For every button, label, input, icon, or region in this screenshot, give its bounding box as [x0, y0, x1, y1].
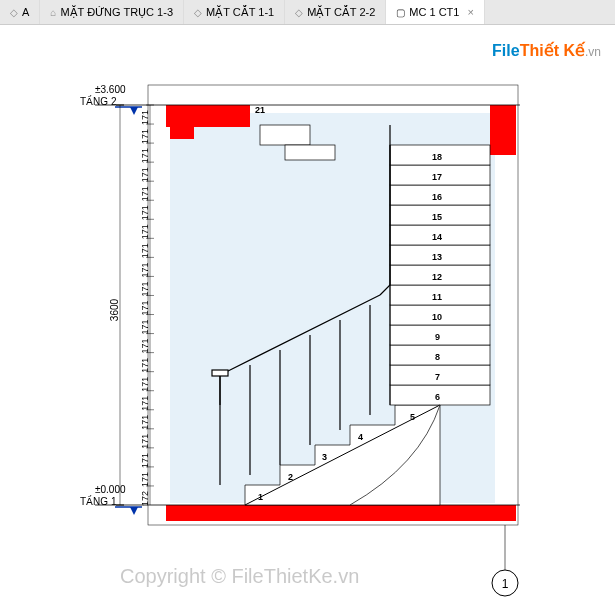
svg-text:171: 171 — [140, 358, 150, 373]
stair-section-drawing: ±3.600 TẦNG 2 ±0.000 TẦNG 1 3600 — [0, 25, 615, 597]
svg-text:±3.600: ±3.600 — [95, 84, 126, 95]
svg-text:15: 15 — [432, 212, 442, 222]
svg-text:21: 21 — [255, 105, 265, 115]
svg-text:171: 171 — [140, 415, 150, 430]
svg-text:13: 13 — [432, 252, 442, 262]
svg-marker-14 — [130, 507, 138, 515]
svg-rect-62 — [260, 125, 310, 145]
view-icon: ◇ — [10, 7, 18, 18]
svg-text:171: 171 — [140, 300, 150, 315]
svg-text:14: 14 — [432, 232, 442, 242]
drawing-canvas[interactable]: FileThiết Kế.vn ±3.600 TẦNG 2 ±0.000 TẦN… — [0, 25, 615, 597]
svg-text:3: 3 — [322, 452, 327, 462]
grid-bubble-1: 1 — [492, 525, 518, 596]
svg-rect-63 — [285, 145, 335, 160]
svg-text:16: 16 — [432, 192, 442, 202]
svg-rect-3 — [170, 125, 194, 139]
svg-text:3600: 3600 — [109, 298, 120, 321]
tab-label: A — [22, 6, 29, 18]
tab-section-2-2[interactable]: ◇ MẶT CẮT 2-2 — [285, 0, 386, 24]
svg-text:171: 171 — [140, 262, 150, 277]
tab-elevation-1-3[interactable]: ⌂ MẶT ĐỨNG TRỤC 1-3 — [40, 0, 184, 24]
svg-text:11: 11 — [432, 292, 442, 302]
svg-text:171: 171 — [140, 453, 150, 468]
tab-label: MC 1 CT1 — [409, 6, 459, 18]
svg-text:171: 171 — [140, 186, 150, 201]
svg-text:171: 171 — [140, 377, 150, 392]
svg-text:171: 171 — [140, 243, 150, 258]
svg-text:171: 171 — [140, 110, 150, 125]
svg-text:171: 171 — [140, 396, 150, 411]
svg-text:171: 171 — [140, 205, 150, 220]
svg-text:171: 171 — [140, 339, 150, 354]
svg-text:171: 171 — [140, 472, 150, 487]
svg-text:TẦNG 1: TẦNG 1 — [80, 495, 117, 507]
tab-label: MẶT CẮT 2-2 — [307, 6, 375, 19]
level-marker-tang1: ±0.000 TẦNG 1 — [80, 484, 142, 515]
svg-text:TẦNG 2: TẦNG 2 — [80, 95, 117, 107]
svg-text:4: 4 — [358, 432, 363, 442]
close-icon[interactable]: × — [467, 6, 473, 18]
svg-text:2: 2 — [288, 472, 293, 482]
svg-text:10: 10 — [432, 312, 442, 322]
svg-text:12: 12 — [432, 272, 442, 282]
svg-text:6: 6 — [435, 392, 440, 402]
svg-text:171: 171 — [140, 224, 150, 239]
dim-overall-height: 3600 — [109, 105, 124, 505]
tab-section-1-1[interactable]: ◇ MẶT CẮT 1-1 — [184, 0, 285, 24]
section-icon: ◇ — [295, 7, 303, 18]
svg-text:9: 9 — [435, 332, 440, 342]
svg-text:171: 171 — [140, 148, 150, 163]
svg-text:172: 172 — [140, 491, 150, 506]
watermark-copyright: Copyright © FileThietKe.vn — [120, 565, 359, 588]
tab-a[interactable]: ◇ A — [0, 0, 40, 24]
elevation-icon: ⌂ — [50, 7, 56, 18]
section-icon: ◇ — [194, 7, 202, 18]
svg-rect-2 — [166, 105, 250, 127]
svg-text:17: 17 — [432, 172, 442, 182]
level-marker-tang2: ±3.600 TẦNG 2 — [80, 84, 142, 115]
svg-text:18: 18 — [432, 152, 442, 162]
svg-marker-10 — [130, 107, 138, 115]
svg-text:±0.000: ±0.000 — [95, 484, 126, 495]
svg-text:7: 7 — [435, 372, 440, 382]
callout-icon: ▢ — [396, 7, 405, 18]
svg-rect-40 — [212, 370, 228, 376]
tab-label: MẶT CẮT 1-1 — [206, 6, 274, 19]
svg-rect-4 — [490, 105, 516, 155]
svg-text:1: 1 — [258, 492, 263, 502]
svg-text:171: 171 — [140, 281, 150, 296]
svg-rect-5 — [166, 505, 516, 521]
svg-text:171: 171 — [140, 434, 150, 449]
tab-mc1-ct1[interactable]: ▢ MC 1 CT1 × — [386, 0, 485, 24]
svg-text:171: 171 — [140, 167, 150, 182]
drawing-tabs: ◇ A ⌂ MẶT ĐỨNG TRỤC 1-3 ◇ MẶT CẮT 1-1 ◇ … — [0, 0, 615, 25]
tab-label: MẶT ĐỨNG TRỤC 1-3 — [60, 6, 173, 19]
svg-text:5: 5 — [410, 412, 415, 422]
svg-text:8: 8 — [435, 352, 440, 362]
svg-text:171: 171 — [140, 129, 150, 144]
svg-text:1: 1 — [502, 577, 509, 591]
svg-text:171: 171 — [140, 320, 150, 335]
